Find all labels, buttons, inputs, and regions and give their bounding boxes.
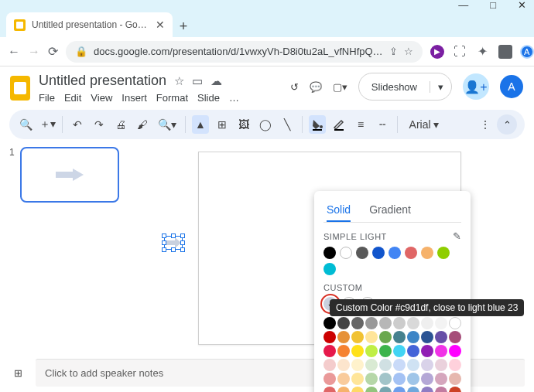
color-swatch[interactable] xyxy=(449,373,461,385)
color-swatch[interactable] xyxy=(421,317,433,329)
color-swatch[interactable] xyxy=(449,331,461,343)
color-swatch[interactable] xyxy=(379,345,392,357)
meet-icon[interactable]: ▢▾ xyxy=(333,81,347,93)
color-swatch[interactable] xyxy=(351,317,364,329)
paint-format-button[interactable]: 🖌 xyxy=(134,115,151,134)
color-swatch[interactable] xyxy=(407,373,419,385)
border-weight-button[interactable]: ≡ xyxy=(352,115,369,134)
color-swatch[interactable] xyxy=(435,317,447,329)
color-swatch[interactable] xyxy=(365,317,378,329)
color-swatch[interactable] xyxy=(379,387,392,392)
color-swatch[interactable] xyxy=(435,331,447,343)
color-swatch[interactable] xyxy=(407,359,419,371)
slideshow-button[interactable]: Slideshow ▾ xyxy=(358,73,452,101)
color-swatch[interactable] xyxy=(337,345,350,357)
color-swatch[interactable] xyxy=(323,373,336,385)
bookmark-star-icon[interactable]: ☆ xyxy=(404,46,413,57)
slides-logo-icon[interactable] xyxy=(8,73,33,104)
color-swatch[interactable] xyxy=(449,359,461,371)
slideshow-dropdown[interactable]: ▾ xyxy=(430,81,451,93)
search-menus-icon[interactable]: 🔍 xyxy=(17,115,34,134)
new-slide-button[interactable]: ＋▾ xyxy=(39,115,56,134)
menu-edit[interactable]: Edit xyxy=(64,92,81,104)
color-swatch[interactable] xyxy=(323,359,336,371)
extension-icon[interactable]: ▶ xyxy=(430,45,444,59)
color-swatch[interactable] xyxy=(351,359,364,371)
color-swatch[interactable] xyxy=(337,373,350,385)
color-swatch[interactable] xyxy=(323,387,336,392)
back-button[interactable]: ← xyxy=(8,45,20,59)
edit-theme-colors-icon[interactable]: ✎ xyxy=(453,230,462,242)
redo-button[interactable]: ↷ xyxy=(91,115,108,134)
comments-icon[interactable]: 💬 xyxy=(310,81,322,93)
share-button[interactable]: 👤+ xyxy=(463,73,489,100)
image-tool[interactable]: 🖼 xyxy=(235,115,252,134)
theme-color-swatch[interactable] xyxy=(323,263,336,275)
color-swatch[interactable] xyxy=(407,387,419,392)
menu-insert[interactable]: Insert xyxy=(122,92,147,104)
selected-arrow-shape[interactable] xyxy=(164,236,183,250)
move-icon[interactable]: ▭ xyxy=(192,74,203,88)
color-swatch[interactable] xyxy=(379,317,392,329)
slide-thumbnail[interactable] xyxy=(20,147,119,203)
account-avatar[interactable]: A xyxy=(500,75,523,98)
fill-color-button[interactable] xyxy=(309,115,326,134)
doc-title[interactable]: Untitled presentation xyxy=(39,73,166,89)
menu-file[interactable]: File xyxy=(39,92,55,104)
minimize-icon[interactable]: — xyxy=(458,0,468,11)
print-button[interactable]: 🖨 xyxy=(112,115,129,134)
color-swatch[interactable] xyxy=(421,373,433,385)
undo-button[interactable]: ↶ xyxy=(69,115,86,134)
color-swatch[interactable] xyxy=(365,345,378,357)
color-swatch[interactable] xyxy=(323,317,336,329)
new-tab-button[interactable]: + xyxy=(173,15,194,37)
reload-button[interactable]: ⟳ xyxy=(48,44,58,59)
tab-solid[interactable]: Solid xyxy=(327,199,351,222)
color-swatch[interactable] xyxy=(393,345,406,357)
color-swatch[interactable] xyxy=(421,387,433,392)
color-swatch[interactable] xyxy=(323,345,336,357)
shape-tool[interactable]: ◯ xyxy=(257,115,274,134)
color-swatch[interactable] xyxy=(365,331,378,343)
history-icon[interactable]: ↺ xyxy=(290,81,299,93)
color-swatch[interactable] xyxy=(421,331,433,343)
color-swatch[interactable] xyxy=(351,373,364,385)
color-swatch[interactable] xyxy=(365,373,378,385)
color-swatch[interactable] xyxy=(323,331,336,343)
browser-tab[interactable]: Untitled presentation - Google S ✕ xyxy=(6,12,173,37)
color-swatch[interactable] xyxy=(435,345,447,357)
line-tool[interactable]: ╲ xyxy=(279,115,296,134)
tab-close-icon[interactable]: ✕ xyxy=(156,19,165,31)
extensions-puzzle-icon[interactable]: ✦ xyxy=(475,44,491,59)
color-swatch[interactable] xyxy=(449,345,461,357)
color-swatch[interactable] xyxy=(393,317,406,329)
color-swatch[interactable] xyxy=(351,387,364,392)
menu-view[interactable]: View xyxy=(91,92,112,104)
maximize-icon[interactable]: □ xyxy=(490,0,496,11)
color-swatch[interactable] xyxy=(351,331,364,343)
border-color-button[interactable] xyxy=(330,115,347,134)
color-swatch[interactable] xyxy=(407,331,419,343)
star-icon[interactable]: ☆ xyxy=(174,74,184,88)
select-tool[interactable]: ▲ xyxy=(192,115,209,134)
forward-button[interactable]: → xyxy=(28,45,40,59)
color-swatch[interactable] xyxy=(365,359,378,371)
color-swatch[interactable] xyxy=(421,345,433,357)
profile-avatar[interactable]: A xyxy=(520,45,534,59)
theme-color-swatch[interactable] xyxy=(356,247,368,259)
color-swatch[interactable] xyxy=(379,373,392,385)
color-swatch[interactable] xyxy=(337,387,350,392)
extension-icon[interactable] xyxy=(498,45,512,59)
font-picker[interactable]: Arial ▾ xyxy=(404,115,444,134)
color-swatch[interactable] xyxy=(393,359,406,371)
color-swatch[interactable] xyxy=(407,345,419,357)
border-dash-button[interactable]: ╌ xyxy=(374,115,391,134)
extension-icon[interactable]: ⛶ xyxy=(452,45,467,59)
omnibox[interactable]: 🔒 docs.google.com/presentation/d/1vwxyVh… xyxy=(66,41,423,63)
theme-color-swatch[interactable] xyxy=(340,247,352,259)
theme-color-swatch[interactable] xyxy=(372,247,385,259)
color-swatch[interactable] xyxy=(435,387,447,392)
theme-color-swatch[interactable] xyxy=(323,247,336,259)
menu-slide[interactable]: Slide xyxy=(197,92,220,104)
color-swatch[interactable] xyxy=(337,331,350,343)
